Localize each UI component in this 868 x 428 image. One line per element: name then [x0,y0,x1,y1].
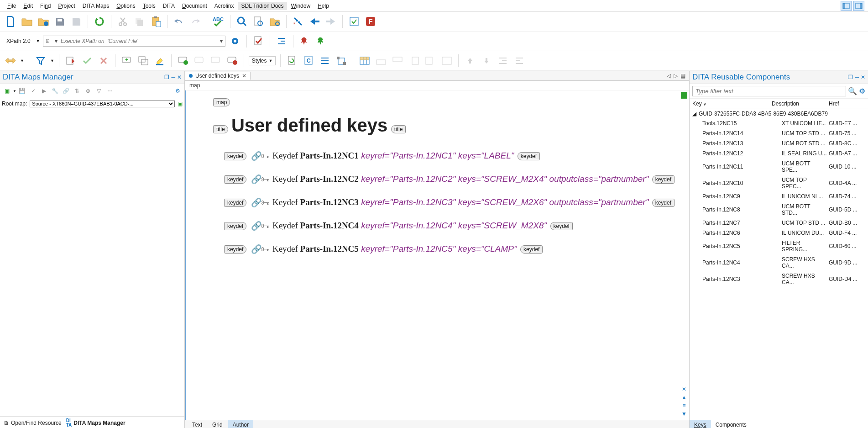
doc-title[interactable]: User defined keys [231,115,387,135]
cut-icon[interactable] [116,15,130,28]
link-icon[interactable]: 🔗 [251,171,259,188]
refresh-icon[interactable] [93,15,106,28]
refresh-doc-icon[interactable] [285,54,299,68]
undo-icon[interactable] [172,15,186,28]
filter-icon[interactable] [34,54,47,68]
map-link-icon[interactable]: 🔗 [61,86,71,96]
key-icon[interactable]: 🗝 [261,148,269,164]
xpath-settings-icon[interactable] [228,34,242,48]
component-row[interactable]: Parts-In.12NC4SCREW HXS CA...GUID-9D ... [690,254,868,271]
save-all-icon[interactable] [69,15,83,28]
menu-options[interactable]: Options [113,2,139,10]
map-wrench-icon[interactable]: 🔧 [50,86,60,96]
map-add-icon[interactable]: ▣ [2,86,12,96]
tab-components[interactable]: Components [711,420,751,428]
search-icon[interactable] [235,15,249,28]
map-filter-icon[interactable]: ▽ [94,86,104,96]
paste-icon[interactable] [149,15,162,28]
keydef-open-tag[interactable]: keydef [224,175,246,184]
component-row[interactable]: Parts-In.12NC10UCM TOP SPEC...GUID-4A ..… [690,175,868,191]
comment-manage-icon[interactable] [225,54,239,68]
keydef-close-tag[interactable]: keydef [520,245,543,254]
validate-icon[interactable] [347,15,361,28]
tab-list-icon[interactable]: ▤ [680,73,685,79]
comment-delete-icon[interactable] [209,54,223,68]
component-row[interactable]: Parts-In.12NC12IL SEAL RING U...GUID-A7 … [690,148,868,159]
map-insert-icon[interactable]: ⊕ [83,86,93,96]
keydef-row[interactable]: keydef 🔗🗝 Keydef Parts-In.12NC5 keyref="… [223,241,680,258]
menu-window[interactable]: Window [287,2,314,10]
xpath-scope-caret-icon[interactable]: ▾ [52,38,60,44]
menu-document[interactable]: Document [178,2,211,10]
menu-acrolinx[interactable]: Acrolinx [211,2,238,10]
map-save-icon[interactable]: 💾 [17,86,27,96]
editor-body[interactable]: ✕ ▲ ≡ ▼ map title User defined keys titl… [185,90,689,420]
new-file-icon[interactable] [4,15,17,28]
menu-tools[interactable]: Tools [139,2,159,10]
table-insert-icon[interactable] [358,54,371,68]
save-icon[interactable] [53,15,67,28]
tab-prev-icon[interactable]: ◁ [667,73,671,79]
comment-edit-icon[interactable] [193,54,206,68]
move-down-icon[interactable] [480,54,493,68]
component-row[interactable]: Parts-In.12NC13UCM BOT STD ...GUID-8C ..… [690,138,868,148]
tab-keys[interactable]: Keys [690,420,711,428]
tab-dita-maps-manager[interactable]: DITADITA Maps Manager [66,418,125,428]
menu-sdl-tridion[interactable]: SDL Tridion Docs [238,2,288,10]
open-url-icon[interactable] [37,15,50,28]
component-row[interactable]: Parts-In.12NC14UCM TOP STD ...GUID-75 ..… [690,128,868,138]
tag-mode-icon[interactable] [4,54,17,68]
keydef-open-tag[interactable]: keydef [224,152,246,160]
keydef-close-tag[interactable]: keydef [652,199,675,207]
menu-file[interactable]: File [4,2,20,10]
filter-search-icon[interactable]: 🔍 [848,87,857,95]
redo-icon[interactable] [188,15,202,28]
panel-close-icon[interactable]: ✕ [177,74,182,80]
panel-restore-icon[interactable]: ❐ [164,74,169,80]
find-in-file-icon[interactable] [251,15,265,28]
right-panel-restore-icon[interactable]: ❐ [848,74,853,80]
copy-comment-icon[interactable] [136,54,150,68]
keydef-row[interactable]: keydef 🔗🗝 Keydef Parts-In.12NC4 keyref="… [223,217,680,234]
keydef-open-tag[interactable]: keydef [224,222,246,230]
mode-tab-text[interactable]: Text [188,420,207,428]
editor-tab-user-defined-keys[interactable]: User defined keys ✕ [185,72,251,80]
menu-find[interactable]: Find [37,2,54,10]
menu-edit[interactable]: Edit [20,2,37,10]
menu-ditamaps[interactable]: DITA Maps [79,2,113,10]
pin-red-icon[interactable] [298,34,312,48]
scroll-mode-icon[interactable]: ≡ [682,402,685,409]
table-col-right-icon[interactable] [424,54,437,68]
scroll-down-icon[interactable]: ▼ [681,411,687,417]
move-up-icon[interactable] [463,54,477,68]
collapse-arrows-icon[interactable]: * [291,15,305,28]
filter-settings-icon[interactable]: ⚙ [859,87,865,95]
insert-element-icon[interactable] [335,54,348,68]
scroll-up-icon[interactable]: ▲ [681,394,687,401]
keydef-close-tag[interactable]: keydef [518,152,540,160]
align-icon[interactable] [318,54,332,68]
tab-close-icon[interactable]: ✕ [242,73,246,79]
conref-icon[interactable]: C [302,54,315,68]
component-row[interactable]: Parts-In.12NC8UCM BOTT STD...GUID-5D ... [690,201,868,218]
styles-dropdown[interactable]: Styles▼ [249,56,276,65]
root-map-select[interactable]: Source - XT860N=GUID-437EBAB1-0ACD-... [30,100,175,107]
keydef-open-tag[interactable]: keydef [224,199,246,207]
component-row[interactable]: Parts-In.12NC3SCREW HXS CA...GUID-D4 ... [690,271,868,287]
map-validate-icon[interactable]: ✓ [28,86,38,96]
accept-change-icon[interactable] [80,54,94,68]
key-icon[interactable]: 🗝 [261,218,269,234]
component-row[interactable]: Tools.12NC15XT UNICOM LIF...GUID-E7 ... [690,118,868,128]
nav-back-icon[interactable] [308,15,321,28]
key-icon[interactable]: 🗝 [261,241,269,258]
nav-forward-icon[interactable] [324,15,338,28]
track-changes-icon[interactable] [64,54,78,68]
component-row[interactable]: Parts-In.12NC7UCM TOP STD ...GUID-B0 ... [690,218,868,228]
expand-collapse-icon[interactable]: ◢ [692,111,697,117]
keydef-row[interactable]: keydef 🔗🗝 Keydef Parts-In.12NC1 keyref="… [223,148,680,164]
component-row[interactable]: Parts-In.12NC5FILTER SPRING...GUID-60 ..… [690,238,868,254]
menu-dita[interactable]: DITA [159,2,178,10]
col-href[interactable]: Href [829,100,865,107]
keydef-row[interactable]: keydef 🔗🗝 Keydef Parts-In.12NC3 keyref="… [223,194,680,211]
keydef-open-tag[interactable]: keydef [224,245,246,254]
